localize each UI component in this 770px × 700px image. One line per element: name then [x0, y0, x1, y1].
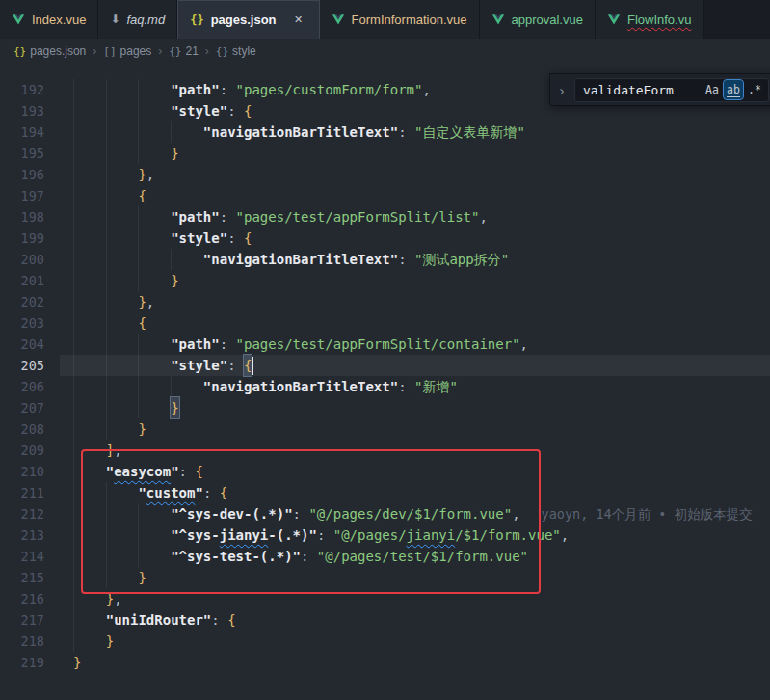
indent-guide	[106, 482, 107, 503]
breadcrumb-item-pages[interactable]: []pages	[103, 44, 151, 58]
find-expand-chevron-icon[interactable]: ›	[556, 82, 568, 98]
line-number[interactable]: 204	[0, 334, 44, 355]
indent-whitespace	[73, 206, 171, 228]
code-line[interactable]: 209],	[0, 440, 770, 461]
line-number[interactable]: 207	[0, 397, 44, 418]
line-number[interactable]: 206	[0, 376, 44, 397]
code-line[interactable]: 202},	[0, 291, 770, 312]
code-line[interactable]: 215}	[0, 567, 770, 588]
line-number[interactable]: 211	[0, 482, 44, 503]
regex-toggle[interactable]: .*	[745, 80, 764, 99]
code-area[interactable]: 192"path": "pages/customForm/form",193"s…	[0, 64, 770, 700]
code-token: :	[293, 503, 309, 525]
code-line[interactable]: 199"style": {	[0, 228, 770, 249]
code-token: "自定义表单新增"	[414, 121, 525, 143]
code-line[interactable]: 213"^sys-jianyi-(.*)": "@/pages/jianyi/$…	[0, 525, 770, 546]
code-line[interactable]: 194"navigationBarTitleText": "自定义表单新增"	[0, 121, 770, 143]
line-number[interactable]: 212	[0, 503, 44, 525]
tab-forminformation-vue[interactable]: FormInformation.vue	[320, 0, 480, 39]
line-number[interactable]: 217	[0, 609, 44, 631]
line-content: "path": "pages/customForm/form",	[44, 79, 431, 100]
line-number[interactable]: 199	[0, 228, 44, 249]
code-line[interactable]: 197{	[0, 185, 770, 206]
line-number[interactable]: 213	[0, 525, 44, 546]
code-line[interactable]: 206"navigationBarTitleText": "新增"	[0, 376, 770, 397]
match-case-toggle[interactable]: Aa	[703, 80, 722, 99]
line-number[interactable]: 203	[0, 312, 44, 334]
tab-index-vue[interactable]: Index.vue	[0, 0, 98, 39]
code-token: jianyi	[407, 525, 456, 546]
line-number[interactable]: 214	[0, 546, 44, 567]
line-number[interactable]: 193	[0, 100, 44, 121]
code-line[interactable]: 203{	[0, 312, 770, 334]
line-number[interactable]: 200	[0, 249, 44, 270]
code-line[interactable]: 198"path": "pages/test/appFormSplit/list…	[0, 206, 770, 228]
tab-close-icon[interactable]: ✕	[290, 12, 307, 29]
git-blame-annotation: yaoyn, 14个月前 • 初始版本提交	[542, 503, 753, 525]
code-line[interactable]: 214"^sys-test-(.*)": "@/pages/test/$1/fo…	[0, 546, 770, 567]
line-number[interactable]: 216	[0, 588, 44, 609]
line-number[interactable]: 192	[0, 79, 44, 100]
indent-guide	[106, 291, 107, 312]
line-number[interactable]: 208	[0, 418, 44, 440]
code-line[interactable]: 200"navigationBarTitleText": "测试app拆分"	[0, 249, 770, 270]
code-line[interactable]: 208}	[0, 418, 770, 440]
line-number[interactable]: 202	[0, 291, 44, 312]
line-number[interactable]: 205	[0, 355, 44, 376]
editor[interactable]: 192"path": "pages/customForm/form",193"s…	[0, 64, 770, 700]
indent-whitespace	[73, 418, 138, 440]
tab-approval-vue[interactable]: approval.vue	[480, 0, 596, 39]
line-number[interactable]: 196	[0, 164, 44, 185]
indent-guide	[171, 121, 172, 143]
code-line[interactable]: 219}	[0, 652, 770, 673]
code-line[interactable]: 204"path": "pages/test/appFormSplit/cont…	[0, 334, 770, 355]
line-number[interactable]: 210	[0, 461, 44, 482]
code-line[interactable]: 216},	[0, 588, 770, 609]
code-line[interactable]: 210"easycom": {	[0, 461, 770, 482]
code-line[interactable]: 217"uniIdRouter": {	[0, 609, 770, 631]
line-number[interactable]: 197	[0, 185, 44, 206]
line-number[interactable]: 194	[0, 121, 44, 143]
line-number[interactable]: 198	[0, 206, 44, 228]
tab-flowinfo-vu[interactable]: FlowInfo.vu	[596, 0, 704, 39]
code-token: ,	[520, 334, 528, 355]
tab-faq-md[interactable]: ⬇faq.md	[98, 0, 177, 39]
code-token: "@/pages/	[333, 525, 407, 546]
line-number[interactable]: 215	[0, 567, 44, 588]
line-content: }	[44, 631, 114, 652]
whole-word-toggle[interactable]: ab	[724, 80, 743, 99]
find-input[interactable]: validateForm Aaab.*	[574, 78, 769, 102]
breadcrumb-item-21[interactable]: {}21	[169, 44, 199, 58]
indent-guide	[73, 503, 74, 525]
line-number[interactable]: 201	[0, 270, 44, 291]
line-number[interactable]: 219	[0, 652, 44, 673]
code-line[interactable]: 201}	[0, 270, 770, 291]
indent-guide	[106, 355, 107, 376]
line-number[interactable]: 209	[0, 440, 44, 461]
indent-guide	[138, 376, 139, 397]
line-number[interactable]: 218	[0, 631, 44, 652]
indent-guide	[73, 185, 74, 206]
code-line[interactable]: 195}	[0, 143, 770, 164]
code-line[interactable]: 205"style": {	[0, 355, 770, 376]
indent-guide	[106, 164, 107, 185]
line-number[interactable]: 195	[0, 143, 44, 164]
code-token: }	[73, 652, 81, 673]
code-token: "navigationBarTitleText"	[203, 376, 398, 397]
indent-guide	[138, 546, 139, 567]
line-content: }	[44, 397, 179, 418]
code-line[interactable]: 207}	[0, 397, 770, 418]
indent-guide	[73, 546, 74, 567]
code-line[interactable]: 212"^sys-dev-(.*)": "@/pages/dev/$1/form…	[0, 503, 770, 525]
code-line[interactable]: 196},	[0, 164, 770, 185]
tab-label: faq.md	[126, 13, 165, 27]
code-line[interactable]: 218}	[0, 631, 770, 652]
tab-pages-json[interactable]: {}pages.json✕	[177, 0, 319, 39]
breadcrumb-item-pages-json[interactable]: {}pages.json	[13, 44, 86, 58]
code-token: {	[195, 461, 202, 482]
tab-label: Index.vue	[32, 13, 86, 27]
indent-whitespace	[73, 79, 171, 100]
breadcrumb-item-style[interactable]: {}style	[216, 44, 256, 58]
code-token: ,	[512, 503, 519, 525]
code-line[interactable]: 211"custom": {	[0, 482, 770, 503]
